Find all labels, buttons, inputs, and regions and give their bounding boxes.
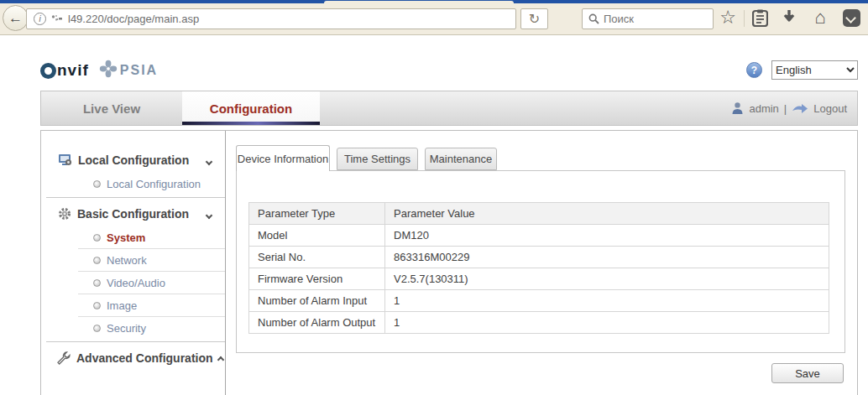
bullet-icon (93, 302, 101, 309)
language-select[interactable]: English (771, 60, 858, 80)
url-input[interactable] (68, 13, 515, 25)
chevron-down-icon (207, 153, 212, 168)
onvif-logo: nvif (57, 61, 89, 80)
table-row: Serial No. 863316M00229 (249, 247, 829, 268)
sidebar-item-network[interactable]: Network (41, 249, 225, 271)
sidebar-group-basic-configuration[interactable]: Basic Configuration (41, 201, 225, 226)
sidebar-item-image[interactable]: Image (41, 294, 225, 316)
search-bar[interactable] (582, 8, 714, 29)
user-area: admin | Logout (731, 91, 847, 125)
sidebar-group-label: Local Configuration (78, 153, 189, 167)
sidebar: Local Configuration Local Configuration … (41, 131, 226, 395)
toolbar-separator (744, 10, 745, 27)
device-parameters-table: Parameter Type Parameter Value Model DM1… (248, 202, 829, 334)
chevron-up-icon (213, 351, 223, 366)
site-shield-icon (51, 12, 63, 27)
bullet-icon (93, 279, 101, 287)
user-icon (731, 101, 744, 115)
column-header: Parameter Type (249, 203, 385, 225)
main-navbar: Live View Configuration admin | Logout (40, 91, 858, 126)
table-row: Number of Alarm Output 1 (249, 312, 829, 334)
username: admin (749, 102, 778, 115)
screen: ← i ↻ ☆ ⌂ nvif (0, 0, 868, 395)
home-icon[interactable]: ⌂ (808, 6, 832, 29)
bullet-icon (93, 180, 101, 188)
table-header-row: Parameter Type Parameter Value (249, 203, 829, 225)
address-bar[interactable]: i (26, 8, 516, 29)
search-icon (588, 13, 599, 24)
tab-maintenance[interactable]: Maintenance (425, 148, 497, 170)
save-button[interactable]: Save (771, 363, 844, 383)
tab-configuration[interactable]: Configuration (182, 91, 320, 125)
onvif-o-ring-icon (40, 63, 56, 79)
sidebar-item-video-audio[interactable]: Video/Audio (41, 272, 225, 294)
psia-logo: PSIA (120, 63, 158, 78)
logout-link[interactable]: Logout (813, 102, 847, 115)
bullet-icon (93, 234, 101, 242)
chevron-down-icon (207, 206, 212, 221)
bullet-icon (93, 325, 101, 332)
tab-time-settings[interactable]: Time Settings (337, 148, 418, 170)
bookmarks-menu-icon[interactable] (748, 6, 771, 29)
table-row: Firmware Version V2.5.7(130311) (249, 268, 829, 290)
column-header: Parameter Value (385, 203, 829, 225)
bullet-icon (93, 257, 101, 264)
info-icon[interactable]: i (34, 13, 46, 25)
separator: | (784, 102, 787, 115)
active-tab-underline (182, 122, 320, 125)
logout-icon[interactable] (792, 103, 808, 114)
sidebar-item-security[interactable]: Security (41, 317, 225, 339)
back-button[interactable]: ← (3, 5, 29, 31)
reload-button[interactable]: ↻ (520, 8, 548, 29)
sidebar-divider (46, 197, 225, 198)
device-information-panel: Parameter Type Parameter Value Model DM1… (236, 170, 845, 353)
sidebar-divider (46, 341, 225, 342)
help-button[interactable]: ? (746, 62, 762, 78)
download-icon[interactable] (777, 6, 801, 29)
table-row: Model DM120 (249, 225, 829, 247)
sidebar-group-local-configuration[interactable]: Local Configuration (41, 148, 225, 173)
monitor-gear-icon (58, 153, 72, 167)
sidebar-item-local-configuration[interactable]: Local Configuration (41, 173, 225, 195)
sidebar-group-label: Advanced Configuration (76, 351, 213, 365)
gear-icon (58, 207, 71, 221)
reload-icon: ↻ (529, 11, 540, 27)
table-row: Number of Alarm Input 1 (249, 290, 829, 312)
sidebar-group-advanced-configuration[interactable]: Advanced Configuration (41, 346, 225, 371)
tab-live-view[interactable]: Live View (41, 91, 182, 125)
content-box: Local Configuration Local Configuration … (40, 130, 858, 395)
bookmark-star-icon[interactable]: ☆ (716, 6, 740, 29)
back-icon: ← (8, 10, 23, 27)
logo-row: nvif PSIA (40, 59, 158, 82)
tab-device-information[interactable]: Device Information (236, 145, 330, 171)
pocket-icon[interactable] (839, 6, 863, 29)
sidebar-item-system[interactable]: System (41, 226, 225, 248)
psia-flower-icon (99, 60, 118, 81)
sidebar-group-label: Basic Configuration (77, 207, 189, 221)
browser-toolbar: ← i ↻ ☆ ⌂ (0, 3, 868, 35)
wrench-icon (56, 351, 71, 366)
